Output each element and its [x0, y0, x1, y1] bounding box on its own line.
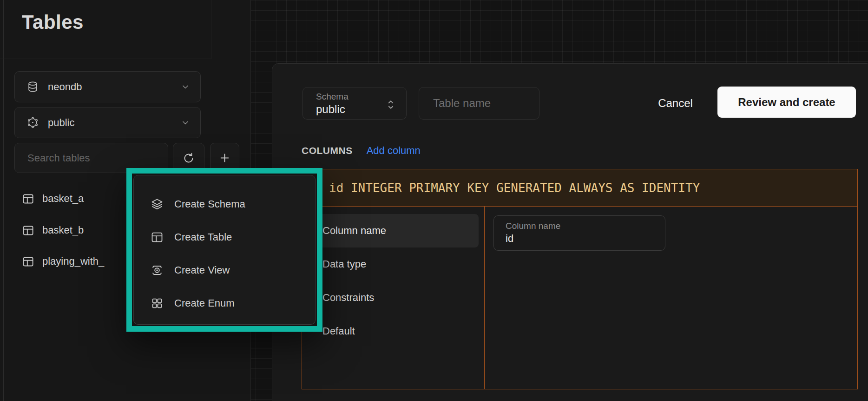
tab-default[interactable]: Default [302, 314, 479, 348]
sidebar-header: Tables [0, 0, 211, 59]
column-name-field[interactable]: Column name id [493, 215, 665, 251]
table-icon [22, 224, 34, 237]
menu-item-create-view[interactable]: Create View [134, 254, 315, 287]
database-select[interactable]: neondb [14, 71, 201, 102]
layers-icon [151, 198, 164, 211]
columns-section-header: COLUMNS Add column [302, 145, 421, 157]
column-editor-detail: Column name id [484, 207, 857, 389]
menu-item-create-table[interactable]: Create Table [134, 221, 315, 254]
table-icon [22, 193, 34, 205]
schema-select[interactable]: public [14, 107, 201, 138]
menu-item-label: Create Enum [174, 297, 235, 309]
menu-item-create-enum[interactable]: Create Enum [134, 287, 315, 320]
create-menu-highlight: Create Schema Create Table Create View [126, 168, 322, 332]
table-name: playing_with_ [42, 255, 104, 267]
chevron-down-icon [181, 82, 190, 92]
chevron-down-icon [181, 118, 190, 127]
column-sql-text: id INTEGER PRIMARY KEY GENERATED ALWAYS … [329, 181, 700, 195]
table-name: basket_a [42, 193, 84, 205]
refresh-icon [183, 153, 194, 164]
tables-page: Tables neondb public [0, 0, 868, 401]
tab-data-type[interactable]: Data type [302, 247, 479, 281]
column-name-field-label: Column name [506, 221, 665, 231]
database-select-value: neondb [48, 81, 82, 93]
columns-heading: COLUMNS [302, 145, 353, 156]
column-name-field-value: id [506, 233, 665, 245]
tab-constraints[interactable]: Constraints [302, 281, 479, 314]
column-editor: id INTEGER PRIMARY KEY GENERATED ALWAYS … [302, 169, 858, 389]
menu-item-label: Create View [174, 264, 230, 276]
schema-dropdown-field[interactable]: Schema public [302, 87, 407, 120]
view-eye-icon [151, 264, 164, 277]
table-icon [22, 255, 34, 268]
menu-item-label: Create Schema [174, 198, 245, 210]
plus-icon [218, 152, 231, 164]
schema-select-value: public [48, 117, 74, 129]
grid-squares-icon [151, 297, 164, 310]
chevron-updown-icon [386, 99, 396, 111]
menu-item-create-schema[interactable]: Create Schema [134, 187, 315, 221]
review-and-create-button[interactable]: Review and create [717, 87, 856, 118]
cancel-button[interactable]: Cancel [639, 90, 711, 117]
column-editor-tabs: Column name Data type Constraints Defaul… [302, 207, 484, 389]
add-column-link[interactable]: Add column [367, 145, 421, 157]
column-sql-row[interactable]: id INTEGER PRIMARY KEY GENERATED ALWAYS … [302, 169, 857, 207]
schema-icon [27, 117, 39, 128]
database-icon [27, 81, 39, 93]
table-name-input[interactable] [419, 87, 539, 120]
table-icon [151, 231, 164, 244]
table-name: basket_b [42, 224, 84, 236]
create-menu: Create Schema Create Table Create View [133, 175, 316, 325]
menu-item-label: Create Table [174, 231, 232, 243]
create-table-panel: Schema public Cancel Review and create C… [272, 63, 868, 401]
page-title: Tables [22, 11, 84, 33]
tab-column-name[interactable]: Column name [302, 214, 479, 247]
